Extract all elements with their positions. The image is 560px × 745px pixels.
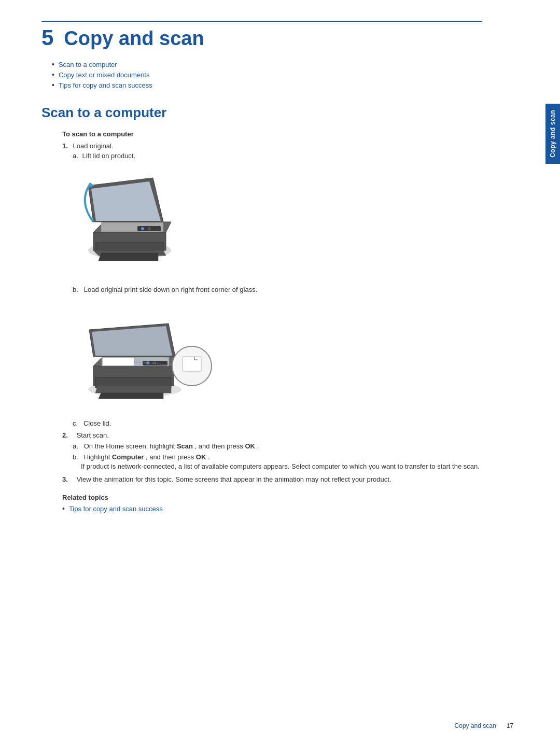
related-topics-label: Related topics — [62, 494, 482, 501]
svg-point-4 — [148, 227, 151, 230]
chapter-title: Copy and scan — [64, 27, 204, 50]
svg-rect-8 — [103, 358, 134, 366]
substep-2b-note: If product is network-connected, a list … — [81, 462, 482, 470]
section-scan-to-computer: Scan to a computer To scan to a computer… — [41, 105, 482, 513]
substep-2b: b. Highlight Computer , and then press O… — [73, 453, 482, 470]
main-content: 5 Copy and scan Scan to a computer Copy … — [0, 0, 513, 745]
step-2-text: Start scan. — [77, 431, 109, 439]
substep-2b-text2: , and then press — [146, 453, 196, 461]
step-1-text: Load original. — [73, 142, 113, 150]
substep-2b-bold2: OK — [196, 453, 206, 461]
step-2-number: 2. — [62, 431, 72, 439]
toc-list: Scan to a computer Copy text or mixed do… — [52, 60, 482, 89]
side-tab-label: Copy and scan — [549, 110, 556, 158]
steps-list: 1. Load original. a. Lift lid on product… — [62, 142, 482, 160]
svg-rect-13 — [183, 357, 201, 371]
substep-1b: b. Load original print side down on righ… — [73, 286, 482, 293]
related-list: Tips for copy and scan success — [62, 504, 482, 513]
step-2: 2. Start scan. a. On the Home screen, hi… — [62, 431, 482, 470]
substep-1c-label: c. — [73, 419, 81, 427]
scanner-illustration-1 — [73, 170, 187, 274]
step-2-main: 2. Start scan. — [62, 431, 482, 439]
procedure-label: To scan to a computer — [62, 130, 482, 138]
substep-1a-text: Lift lid on product. — [82, 152, 135, 160]
substep-1a-label: a. — [73, 152, 78, 160]
toc-link-3[interactable]: Tips for copy and scan success — [59, 81, 152, 89]
section-heading-1: Scan to a computer — [41, 105, 482, 121]
svg-point-11 — [153, 361, 156, 364]
toc-item-3: Tips for copy and scan success — [52, 81, 482, 89]
substep-2b-bold1: Computer — [112, 453, 144, 461]
illustration-2-container — [73, 304, 482, 409]
step-1: 1. Load original. a. Lift lid on product… — [62, 142, 482, 160]
substep-b-section: b. Load original print side down on righ… — [73, 286, 482, 293]
scanner-illustration-2 — [73, 304, 218, 407]
substep-1c: c. Close lid. — [73, 419, 482, 427]
chapter-heading: 5 Copy and scan — [41, 21, 482, 50]
related-link-1[interactable]: Tips for copy and scan success — [69, 505, 163, 513]
related-item-1: Tips for copy and scan success — [62, 504, 482, 513]
substep-1b-text: Load original print side down on right f… — [84, 286, 258, 293]
toc-link-2[interactable]: Copy text or mixed documents — [59, 71, 150, 79]
toc-item-2: Copy text or mixed documents — [52, 71, 482, 79]
chapter-number: 5 — [41, 27, 53, 49]
step-1-number: 1. — [62, 142, 68, 150]
svg-point-3 — [141, 227, 144, 230]
illustration-1-container — [73, 170, 482, 275]
page-footer: Copy and scan 17 — [455, 722, 513, 729]
toc-item-1: Scan to a computer — [52, 60, 482, 68]
substep-2a-text2: , and then press — [195, 442, 245, 450]
substeps-1: a. Lift lid on product. — [73, 152, 482, 160]
substep-1c-text: Close lid. — [83, 419, 111, 427]
substep-1a: a. Lift lid on product. — [73, 152, 482, 160]
substep-2b-label: b. — [73, 453, 82, 461]
toc-link-1[interactable]: Scan to a computer — [59, 61, 117, 68]
footer-page: 17 — [507, 722, 513, 729]
page-container: Copy and scan 5 Copy and scan Scan to a … — [0, 0, 560, 745]
substep-2a-label: a. — [73, 442, 82, 450]
step-3: 3. View the animation for this topic. So… — [62, 475, 482, 483]
step-3-main: 3. View the animation for this topic. So… — [62, 475, 482, 483]
step-3-text: View the animation for this topic. Some … — [77, 475, 391, 483]
substeps-2: a. On the Home screen, highlight Scan , … — [73, 442, 482, 470]
substep-2b-text3: . — [208, 453, 210, 461]
substep-2b-text: Highlight — [84, 453, 112, 461]
substep-2a-bold2: OK — [245, 442, 255, 450]
step-3-number: 3. — [62, 475, 72, 483]
side-tab: Copy and scan — [545, 104, 560, 164]
substep-2a-text: On the Home screen, highlight — [84, 442, 177, 450]
substep-2a: a. On the Home screen, highlight Scan , … — [73, 442, 482, 450]
substep-1b-label: b. — [73, 286, 82, 293]
substep-2a-bold1: Scan — [177, 442, 193, 450]
substep-c-section: c. Close lid. — [73, 419, 482, 427]
substep-2a-text3: . — [257, 442, 259, 450]
footer-left: Copy and scan — [455, 722, 496, 729]
